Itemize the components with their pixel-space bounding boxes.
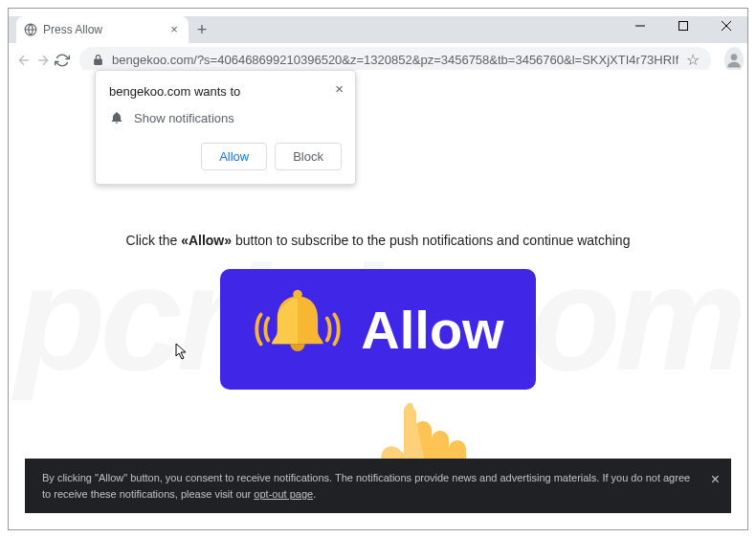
- svg-rect-7: [409, 409, 416, 451]
- instruction-suffix: button to subscribe to the push notifica…: [232, 233, 630, 248]
- url-text: bengekoo.com/?s=406468699210396520&z=132…: [112, 53, 678, 67]
- bookmark-star-icon[interactable]: ☆: [686, 51, 700, 69]
- svg-point-6: [294, 290, 303, 300]
- instruction-bold: «Allow»: [181, 233, 232, 248]
- dialog-close-icon[interactable]: ×: [335, 80, 344, 97]
- instruction-prefix: Click the: [126, 233, 182, 248]
- bell-icon: [109, 110, 124, 125]
- tab-strip: Press Allow × +: [9, 16, 747, 43]
- browser-tab[interactable]: Press Allow ×: [16, 16, 189, 43]
- opt-out-link[interactable]: opt-out page: [254, 488, 313, 500]
- perm-allow-button[interactable]: Allow: [201, 143, 267, 170]
- footer-close-icon[interactable]: ×: [711, 468, 720, 491]
- allow-button-container: Allow: [220, 269, 536, 390]
- window-close-button[interactable]: [704, 11, 747, 41]
- allow-big-button[interactable]: Allow: [220, 269, 536, 390]
- tab-title: Press Allow: [43, 23, 162, 36]
- window-controls: [618, 11, 747, 41]
- kebab-menu-icon[interactable]: ⋮: [751, 47, 756, 74]
- svg-point-5: [731, 54, 738, 60]
- perm-label: Show notifications: [134, 111, 234, 125]
- new-tab-button[interactable]: +: [189, 16, 215, 43]
- maximize-button[interactable]: [661, 11, 704, 41]
- bell-ringing-icon: [252, 283, 344, 375]
- minimize-button[interactable]: [618, 11, 661, 41]
- consent-footer: × By clicking "Allow" button, you consen…: [25, 459, 731, 513]
- svg-rect-2: [678, 22, 687, 31]
- footer-text-2: .: [313, 488, 316, 500]
- perm-block-button[interactable]: Block: [275, 143, 342, 170]
- allow-button-label: Allow: [361, 299, 503, 361]
- notification-permission-dialog: × bengekoo.com wants to Show notificatio…: [95, 70, 356, 185]
- instruction-text: Click the «Allow» button to subscribe to…: [126, 233, 631, 248]
- cursor-icon: [175, 343, 189, 363]
- lock-icon: [91, 54, 104, 67]
- perm-origin-text: bengekoo.com wants to: [109, 84, 342, 99]
- tab-close-icon[interactable]: ×: [167, 23, 181, 36]
- footer-text-1: By clicking "Allow" button, you consent …: [42, 472, 690, 500]
- globe-icon: [24, 23, 37, 36]
